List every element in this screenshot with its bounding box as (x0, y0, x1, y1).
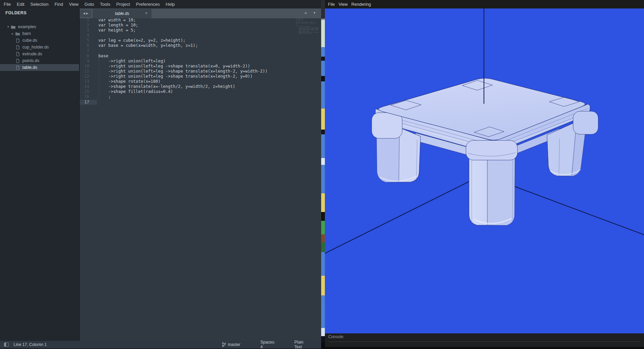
tab-strip: ◀ ▶ table.ds × + ▼ (80, 8, 321, 18)
sidebar-item-label: cube.ds (21, 38, 37, 43)
sidebar-item-points-ds[interactable]: points.ds (0, 57, 79, 64)
menu-tools[interactable]: Tools (100, 2, 110, 7)
sidebar-title: FOLDERS (5, 11, 27, 15)
vcs-status-icon[interactable] (4, 343, 9, 347)
wallpaper-segment (321, 134, 325, 158)
wallpaper-segment (321, 158, 325, 165)
sidebar-item-label: examples (16, 24, 36, 29)
menu-project[interactable]: Project (116, 2, 130, 7)
git-branch-label[interactable]: master (228, 342, 240, 347)
menu-rendering[interactable]: Rendering (351, 2, 371, 7)
syntax-label[interactable]: Plain Text (294, 340, 304, 349)
tab-forward-icon[interactable]: ▶ (86, 12, 88, 15)
tab-overflow-button[interactable]: ▼ (313, 11, 316, 15)
wallpaper-segment (321, 109, 325, 130)
new-tab-button[interactable]: + (304, 10, 307, 16)
menu-view[interactable]: View (69, 2, 79, 7)
wallpaper-segment (321, 276, 325, 295)
sidebar-item-extrude-ds[interactable]: extrude.ds (0, 51, 79, 57)
tab-title: table.ds (115, 11, 129, 16)
table-leg-front (469, 149, 515, 225)
menu-file[interactable]: File (4, 2, 11, 7)
file-icon (16, 59, 20, 63)
sidebar-item-barn[interactable]: ▸barn (0, 30, 79, 37)
wallpaper-segment (321, 212, 325, 221)
wallpaper-segment (321, 20, 325, 47)
desktop-wallpaper-sliver (321, 0, 325, 349)
indentation-label[interactable]: Spaces: 4 (260, 340, 275, 349)
wallpaper-segment (321, 336, 325, 342)
wallpaper-segment (321, 295, 325, 328)
tab-back-icon[interactable]: ◀ (83, 12, 85, 15)
sidebar-item-table-ds[interactable]: table.ds (0, 64, 79, 71)
menu-help[interactable]: Help (166, 2, 175, 7)
disclosure-arrow-icon[interactable]: ▸ (11, 32, 15, 35)
disclosure-arrow-icon[interactable]: ▾ (6, 25, 10, 28)
file-icon (16, 52, 20, 56)
wallpaper-segment (321, 328, 325, 336)
app-menubar: FileEditSelectionFindViewGotoToolsProjec… (0, 0, 321, 8)
sidebar-item-label: barn (21, 31, 31, 36)
status-right-group: master Spaces: 4 Plain Text (222, 341, 240, 348)
wallpaper-segment (321, 221, 325, 234)
code-editor[interactable]: 1234567891011121314151617 var width = 10… (80, 18, 321, 341)
folder-open-icon (11, 25, 16, 29)
menu-file[interactable]: File (328, 2, 335, 7)
wallpaper-segment (321, 81, 325, 109)
tab-table-ds[interactable]: table.ds × (93, 9, 152, 18)
sidebar-item-label: points.ds (21, 58, 39, 63)
wallpaper-segment (321, 234, 325, 243)
screen: FileEditSelectionFindViewGotoToolsProjec… (0, 0, 644, 349)
wallpaper-segment (321, 0, 325, 19)
wallpaper-segment (321, 243, 325, 252)
sidebar-file-list: ▾examples▸barncube.dscup_holder.dsextrud… (0, 23, 79, 71)
file-icon (16, 38, 20, 43)
menu-goto[interactable]: Goto (84, 2, 94, 7)
minimap[interactable]: var width = 10; var length = 10; var hei… (296, 18, 319, 41)
wallpaper-segment (321, 47, 325, 57)
menu-preferences[interactable]: Preferences (136, 2, 160, 7)
console-label: Console: (328, 334, 344, 339)
wallpaper-segment (321, 193, 325, 212)
tab-nav-buttons[interactable]: ◀ ▶ (80, 9, 91, 17)
console-panel[interactable]: Console: (325, 333, 644, 347)
line-number-gutter: 1234567891011121314151617 (80, 18, 89, 105)
wallpaper-segment (321, 130, 325, 134)
cursor-position-label[interactable]: Line 17, Column 1 (14, 342, 46, 347)
folder-icon (15, 32, 20, 36)
viewer-window: FileViewRendering (325, 0, 644, 349)
tab-close-icon[interactable]: × (145, 11, 148, 16)
menu-edit[interactable]: Edit (17, 2, 24, 7)
editor-window: FileEditSelectionFindViewGotoToolsProjec… (0, 0, 321, 349)
file-icon (16, 45, 20, 50)
sidebar-item-examples[interactable]: ▾examples (0, 23, 79, 30)
sidebar-item-label: extrude.ds (21, 52, 42, 56)
wallpaper-segment (321, 165, 325, 193)
viewer-bottom-edge (325, 347, 644, 349)
menu-find[interactable]: Find (55, 2, 63, 7)
wallpaper-segment (321, 57, 325, 61)
git-branch-icon (222, 342, 226, 347)
menu-selection[interactable]: Selection (31, 2, 48, 7)
wallpaper-segment (321, 61, 325, 76)
viewport-3d[interactable] (325, 8, 644, 333)
sidebar: FOLDERS ▾examples▸barncube.dscup_holder.… (0, 8, 79, 341)
menu-view[interactable]: View (338, 2, 348, 7)
wallpaper-segment (321, 252, 325, 276)
wallpaper-segment (321, 76, 325, 81)
file-icon (16, 65, 20, 70)
viewer-menubar: FileViewRendering (325, 0, 644, 8)
sidebar-item-label: table.ds (21, 65, 37, 70)
console-separator (328, 342, 641, 342)
sidebar-item-cup_holder-ds[interactable]: cup_holder.ds (0, 44, 79, 51)
wallpaper-segment (321, 342, 325, 349)
sidebar-item-label: cup_holder.ds (21, 45, 49, 50)
code-text[interactable]: var width = 10; var length = 10; var hei… (98, 18, 268, 100)
status-bar: Line 17, Column 1 master Spaces: 4 Plain… (0, 341, 321, 348)
sidebar-item-cube-ds[interactable]: cube.ds (0, 37, 79, 44)
